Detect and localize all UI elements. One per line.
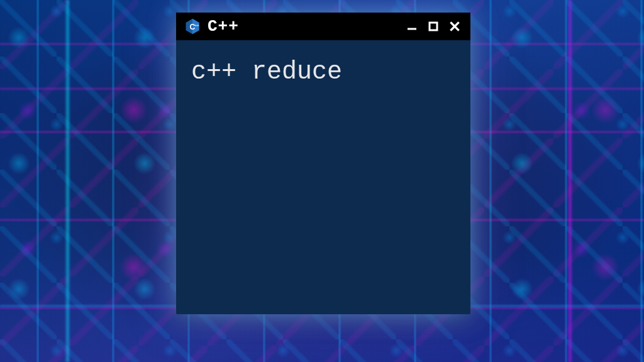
- minimize-button[interactable]: [404, 18, 420, 35]
- titlebar[interactable]: C + + C++: [176, 13, 470, 40]
- window-title: C++: [208, 17, 397, 36]
- cpp-logo-icon: C + +: [184, 18, 201, 35]
- svg-rect-6: [430, 23, 437, 30]
- code-text: c++ reduce: [191, 58, 455, 86]
- svg-text:+: +: [197, 23, 199, 27]
- window-content: c++ reduce: [176, 40, 470, 104]
- window-controls: [404, 18, 463, 35]
- close-button[interactable]: [447, 18, 463, 35]
- app-window: C + + C++: [176, 13, 470, 314]
- maximize-button[interactable]: [425, 18, 441, 35]
